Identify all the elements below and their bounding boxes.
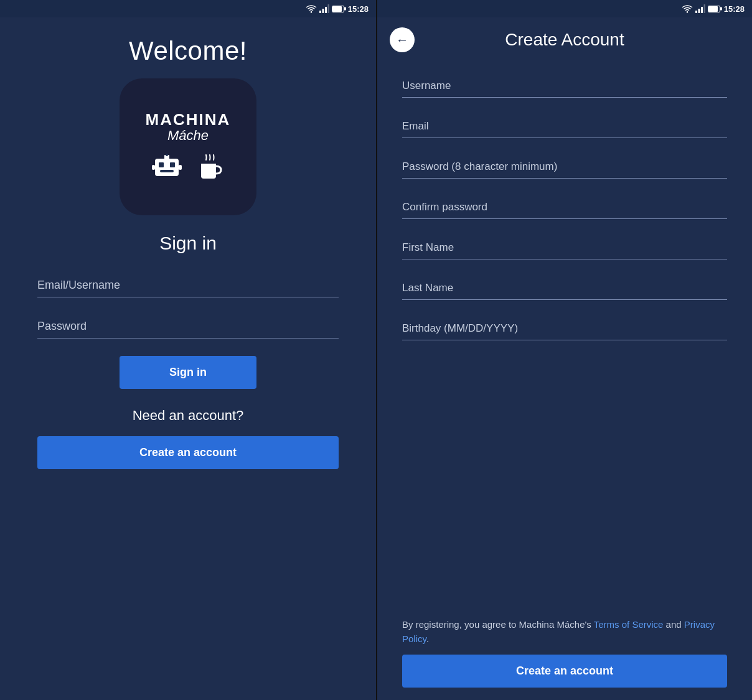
svg-rect-7 <box>170 162 175 167</box>
left-time: 15:28 <box>348 4 369 14</box>
svg-rect-3 <box>325 7 327 13</box>
svg-rect-6 <box>159 162 164 167</box>
logo-icons <box>150 149 226 182</box>
right-status-bar: 15:28 <box>377 0 752 17</box>
logo-machina-text: MACHINA <box>146 111 231 128</box>
svg-point-12 <box>166 154 168 156</box>
coffee-icon <box>196 151 226 182</box>
logo-top: MACHINA Máche <box>146 111 231 144</box>
email-input[interactable] <box>402 115 727 138</box>
battery-icon <box>332 6 344 12</box>
robot-icon <box>150 149 184 182</box>
back-arrow-icon: ← <box>396 34 408 46</box>
create-account-form <box>402 75 727 605</box>
svg-rect-16 <box>701 7 703 13</box>
svg-rect-4 <box>327 4 329 13</box>
logo-mache-text: Máche <box>167 128 209 144</box>
right-status-icons <box>682 4 720 13</box>
create-account-title: Create Account <box>415 30 715 50</box>
wifi-icon <box>306 4 317 13</box>
svg-rect-14 <box>695 11 697 13</box>
signal-icon-right <box>695 4 705 13</box>
svg-rect-5 <box>155 159 179 176</box>
battery-icon-right <box>708 6 720 12</box>
password-field[interactable] <box>402 156 727 179</box>
right-time: 15:28 <box>724 4 745 14</box>
svg-rect-10 <box>179 165 182 170</box>
back-button[interactable]: ← <box>390 27 415 52</box>
welcome-text: Welcome! <box>129 36 247 66</box>
right-header: ← Create Account <box>377 17 752 62</box>
need-account-text: Need an account? <box>133 408 244 424</box>
svg-rect-9 <box>152 165 155 170</box>
confirm-password-field[interactable] <box>402 196 727 219</box>
left-content: Welcome! MACHINA Máche <box>0 17 376 700</box>
email-username-input[interactable] <box>37 274 339 297</box>
username-input[interactable] <box>402 75 727 98</box>
signal-icon <box>319 4 329 13</box>
last-name-input[interactable] <box>402 277 727 300</box>
left-panel: 15:28 Welcome! MACHINA Máche <box>0 0 376 700</box>
app-logo: MACHINA Máche <box>120 78 256 215</box>
svg-rect-1 <box>319 11 321 13</box>
right-panel: 15:28 ← Create Account By registering, y… <box>376 0 752 700</box>
svg-point-0 <box>311 11 312 12</box>
signin-label: Sign in <box>159 233 217 254</box>
create-account-button-left[interactable]: Create an account <box>37 436 339 469</box>
svg-rect-15 <box>698 9 700 13</box>
first-name-input[interactable] <box>402 236 727 259</box>
sign-in-button[interactable]: Sign in <box>120 356 256 389</box>
right-content: By registering, you agree to Machina Mác… <box>377 62 752 700</box>
terms-text: By registering, you agree to Machina Mác… <box>402 618 727 646</box>
birthday-input[interactable] <box>402 317 727 340</box>
left-status-bar: 15:28 <box>0 0 376 17</box>
wifi-icon-right <box>682 4 693 13</box>
svg-rect-17 <box>703 4 705 13</box>
svg-point-13 <box>687 11 688 12</box>
password-input[interactable] <box>37 315 339 338</box>
svg-rect-8 <box>160 170 174 172</box>
create-account-button-right[interactable]: Create an account <box>402 655 727 688</box>
svg-rect-2 <box>322 9 324 13</box>
left-status-icons <box>306 4 344 13</box>
terms-of-service-link[interactable]: Terms of Service <box>594 619 664 630</box>
